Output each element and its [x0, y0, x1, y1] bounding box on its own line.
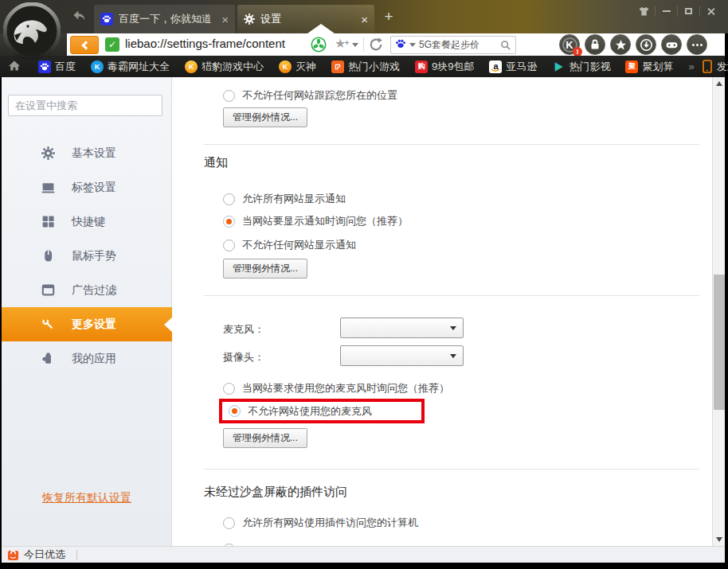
close-button[interactable]: [700, 4, 722, 18]
accelerator-fan-icon[interactable]: [311, 37, 327, 56]
radio-unchecked[interactable]: [223, 240, 235, 251]
more-menu-button[interactable]: [687, 34, 707, 55]
bookmark-mieshen[interactable]: K 灭神: [279, 60, 316, 74]
download-button[interactable]: [636, 34, 656, 55]
bookmark-minigames[interactable]: 热门小游戏: [331, 60, 400, 74]
option-row[interactable]: 当网站要求使用您的麦克风时询问您（推荐）: [223, 381, 449, 396]
divider: [204, 295, 699, 296]
magnifier-icon[interactable]: [500, 40, 511, 51]
phone-icon: [703, 60, 712, 73]
home-icon[interactable]: [8, 60, 21, 74]
radio-unchecked[interactable]: [223, 517, 235, 529]
puzzle-icon: [41, 352, 55, 365]
bookmark-label: 热门影视: [569, 60, 610, 74]
option-row[interactable]: 不允许任何网站显示通知: [223, 238, 356, 252]
status-bar: 今日优选: [2, 546, 725, 563]
option-row[interactable]: 允许所有网站使用插件访问您的计算机: [223, 516, 418, 530]
site-safe-check-icon[interactable]: ✓: [105, 37, 119, 52]
tab-settings[interactable]: 设置 ×: [237, 5, 374, 33]
scroll-down-arrow-icon[interactable]: [713, 533, 726, 546]
bookmark-label: 猎豹游戏中心: [202, 60, 264, 74]
monitor-icon: [41, 181, 55, 194]
shopping-bag-icon[interactable]: [7, 549, 19, 561]
browser-window: 百度一下，你就知道 × 设置 × + ✓ liebao:/: [0, 0, 728, 569]
radio-checked[interactable]: [223, 216, 235, 228]
address-url[interactable]: liebao://settings-frame/content: [125, 37, 285, 50]
manage-exceptions-button[interactable]: 管理例外情况...: [223, 259, 307, 279]
bookmark-dropdown-icon[interactable]: [352, 43, 358, 47]
option-label: 不允许任何网站跟踪您所在的位置: [242, 88, 397, 103]
tab-close-icon[interactable]: ×: [221, 14, 229, 25]
bookmark-liebao-game[interactable]: K 猎豹游戏中心: [185, 60, 264, 74]
baidu-favicon-icon: [100, 13, 113, 25]
window-icon: [41, 283, 55, 297]
minimize-button[interactable]: [656, 4, 677, 18]
manage-exceptions-button[interactable]: 管理例外情况...: [223, 428, 307, 448]
search-engine-dropdown-icon[interactable]: [409, 43, 416, 47]
maximize-button[interactable]: [678, 4, 699, 18]
separator: [363, 37, 364, 52]
option-label: 不允许网站使用您的麦克风: [248, 404, 372, 419]
vertical-scrollbar[interactable]: [712, 77, 725, 546]
liebao-game-k-icon: K: [185, 60, 198, 73]
favorites-star-button[interactable]: [610, 34, 631, 55]
grid-icon: [41, 215, 55, 228]
status-label[interactable]: 今日优选: [24, 548, 65, 562]
tab-close-icon[interactable]: ×: [361, 14, 368, 25]
highlight-red-box: 不允许网站使用您的麦克风: [219, 399, 425, 423]
radio-unchecked[interactable]: [223, 90, 235, 102]
mieshen-k-icon: K: [279, 60, 292, 73]
bookmark-video[interactable]: 热门影视: [552, 60, 610, 74]
bookmark-label: 热门小游戏: [348, 60, 400, 74]
new-tab-button[interactable]: +: [379, 7, 398, 26]
liebao-browser-logo[interactable]: [3, 2, 61, 60]
active-tab-notch: [307, 24, 335, 33]
wrench-icon: [41, 318, 55, 331]
titlebar-back-icon[interactable]: [70, 8, 88, 24]
option-row[interactable]: 不允许任何网站跟踪您所在的位置: [223, 88, 397, 103]
sidebar-item-more-settings[interactable]: 更多设置: [2, 307, 172, 341]
skin-theme-icon[interactable]: [633, 4, 655, 18]
sidebar-item-my-apps[interactable]: 我的应用: [2, 341, 172, 376]
radio-unchecked[interactable]: [223, 383, 235, 395]
bookmark-juhuasuan[interactable]: 聚 聚划算: [625, 60, 673, 74]
bookmark-9kuai9[interactable]: 购 9块9包邮: [415, 60, 474, 74]
scrollbar-thumb[interactable]: [714, 275, 725, 410]
bookmark-star-icon[interactable]: ★+: [335, 36, 346, 52]
bookmark-baidu[interactable]: 百度: [38, 60, 76, 74]
refresh-icon[interactable]: [369, 37, 383, 55]
sidebar-item-mouse-gestures[interactable]: 鼠标手势: [2, 239, 172, 273]
sidebar-item-label: 更多设置: [72, 318, 116, 332]
baidu-paw-icon: [38, 60, 51, 73]
lock-button[interactable]: [585, 34, 605, 55]
camera-select[interactable]: [340, 345, 464, 366]
tab-baidu[interactable]: 百度一下，你就知道 ×: [94, 5, 236, 33]
gou-icon: 购: [415, 60, 428, 73]
bookmark-amazon[interactable]: a 亚马逊: [489, 60, 537, 74]
bookmark-duba[interactable]: K 毒霸网址大全: [91, 60, 170, 74]
send-to-phone[interactable]: 发送到手机: [703, 60, 728, 74]
microphone-select[interactable]: [340, 318, 464, 338]
settings-search-input[interactable]: [8, 95, 162, 116]
radio-unchecked[interactable]: [223, 193, 235, 205]
option-label: 允许所有网站显示通知: [242, 192, 346, 206]
bookmarks-overflow-chevron[interactable]: »: [688, 60, 694, 72]
reset-defaults-link[interactable]: 恢复所有默认设置: [2, 491, 172, 505]
scroll-up-arrow-icon[interactable]: [713, 77, 726, 90]
radio-checked[interactable]: [229, 405, 241, 417]
kingsoft-k-button[interactable]: K !: [559, 34, 580, 55]
chevron-down-icon: [450, 354, 456, 358]
option-row[interactable]: 当网站要显示通知时询问您（推荐）: [223, 214, 408, 228]
games-gamepad-button[interactable]: [661, 34, 682, 55]
sidebar-item-label: 广告过滤: [72, 283, 116, 298]
back-button[interactable]: [70, 36, 99, 54]
search-suggestion-text[interactable]: 5G套餐起步价: [419, 38, 497, 52]
manage-exceptions-button[interactable]: 管理例外情况...: [223, 107, 307, 127]
option-label: 允许所有网站使用插件访问您的计算机: [242, 516, 418, 530]
sidebar-item-ad-filter[interactable]: 广告过滤: [2, 273, 172, 307]
search-box[interactable]: 5G套餐起步价: [390, 36, 516, 54]
sidebar-item-tab-settings[interactable]: 标签设置: [2, 170, 172, 205]
sidebar-item-hotkeys[interactable]: 快捷键: [2, 205, 172, 239]
sidebar-item-basic-settings[interactable]: 基本设置: [2, 136, 172, 170]
option-row[interactable]: 允许所有网站显示通知: [223, 192, 346, 206]
